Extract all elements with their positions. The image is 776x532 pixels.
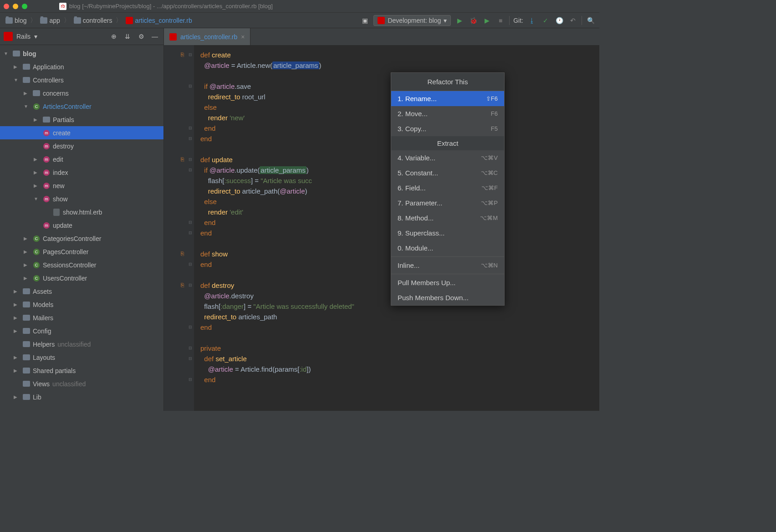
menu-item[interactable]: 9. Superclass... <box>391 225 504 240</box>
editor-tabs: articles_controller.rb × <box>164 28 599 45</box>
tree-item[interactable]: ▶Config <box>0 324 163 338</box>
tree-label: concerns <box>43 90 69 97</box>
tree-item[interactable]: mupdate <box>0 219 163 232</box>
tree-item[interactable]: Helpersunclassified <box>0 338 163 351</box>
class-icon: C <box>33 275 40 282</box>
tree-arrow-icon: ▶ <box>24 236 30 241</box>
folder-icon <box>23 327 30 335</box>
minimize-window-button[interactable] <box>13 4 18 9</box>
project-tree[interactable]: ▼blog▶Application▼Controllers▶concerns▼C… <box>0 45 163 411</box>
tree-arrow-icon: ▶ <box>14 368 20 373</box>
menu-item[interactable]: Push Members Down... <box>391 290 504 305</box>
file-icon <box>53 209 60 216</box>
menu-item[interactable]: 1. Rename...⇧F6 <box>391 91 504 106</box>
project-sidebar: Rails ▾ ⊕ ⇊ ⚙ — ▼blog▶Application▼Contro… <box>0 28 164 411</box>
stop-button[interactable]: ■ <box>495 15 505 26</box>
build-button[interactable]: ▣ <box>360 15 370 26</box>
method-icon: m <box>43 195 50 203</box>
menu-item[interactable]: 3. Copy...F5 <box>391 121 504 136</box>
tree-item[interactable]: ▶Layouts <box>0 351 163 364</box>
tree-item[interactable]: ▼Controllers <box>0 73 163 87</box>
run-coverage-button[interactable]: ▶ <box>482 15 492 26</box>
folder-icon <box>74 17 81 24</box>
tree-item[interactable]: ▶Assets <box>0 285 163 298</box>
tree-item[interactable]: ▶Models <box>0 298 163 311</box>
menu-item[interactable]: 6. Field...⌥⌘F <box>391 180 504 195</box>
menu-item[interactable]: 8. Method...⌥⌘M <box>391 210 504 225</box>
tree-item[interactable]: ▼blog <box>0 47 163 60</box>
tree-item[interactable]: ▼CArticlesController <box>0 100 163 113</box>
menu-item[interactable]: 2. Move...F6 <box>391 106 504 121</box>
menu-item[interactable]: Pull Members Up... <box>391 275 504 290</box>
menu-section-header: Extract <box>391 136 504 150</box>
breadcrumb: blog〉 app〉 controllers〉 articles_control… <box>4 16 358 25</box>
tree-item[interactable]: ▶Shared partials <box>0 364 163 377</box>
menu-item[interactable]: 7. Parameter...⌥⌘P <box>391 195 504 210</box>
menu-item[interactable]: Inline...⌥⌘N <box>391 258 504 273</box>
tree-item[interactable]: ▶mindex <box>0 166 163 179</box>
minimize-icon[interactable]: — <box>150 31 160 41</box>
tree-item[interactable]: mdestroy <box>0 139 163 153</box>
chevron-down-icon[interactable]: ▾ <box>34 33 37 40</box>
git-commit-button[interactable]: ✓ <box>541 15 551 26</box>
debug-button[interactable]: 🐞 <box>468 15 478 26</box>
tree-item[interactable]: ▶CPagesController <box>0 245 163 258</box>
tree-item[interactable]: ▶Lib <box>0 390 163 404</box>
folder-icon <box>23 314 30 322</box>
breadcrumb-item[interactable]: articles_controller.rb <box>124 16 194 25</box>
editor-tab[interactable]: articles_controller.rb × <box>164 28 250 45</box>
tree-item[interactable]: ▶concerns <box>0 87 163 100</box>
breadcrumb-item[interactable]: app <box>38 16 61 25</box>
tree-arrow-icon: ▶ <box>14 328 20 333</box>
menu-item[interactable]: 4. Variable...⌥⌘V <box>391 150 504 165</box>
tree-item[interactable]: ▶Partials <box>0 113 163 126</box>
target-icon[interactable]: ⊕ <box>109 31 119 41</box>
tree-label: edit <box>53 156 63 163</box>
tree-arrow-icon: ▶ <box>14 355 20 360</box>
maximize-window-button[interactable] <box>22 4 27 9</box>
method-icon: m <box>43 156 50 163</box>
close-tab-button[interactable]: × <box>241 33 245 41</box>
tree-item[interactable]: ▶CSessionsController <box>0 258 163 271</box>
gear-icon[interactable]: ⚙ <box>136 31 146 41</box>
tree-arrow-icon: ▶ <box>24 262 30 267</box>
collapse-icon[interactable]: ⇊ <box>123 31 133 41</box>
folder-icon <box>23 354 30 361</box>
git-revert-button[interactable]: ↶ <box>568 15 578 26</box>
tree-item[interactable]: show.html.erb <box>0 205 163 219</box>
tree-item[interactable]: ▶medit <box>0 153 163 166</box>
tree-label: Lib <box>33 394 41 401</box>
search-button[interactable]: 🔍 <box>586 15 596 26</box>
tree-label: PagesController <box>43 248 88 256</box>
breadcrumb-item[interactable]: controllers <box>72 16 114 25</box>
git-label: Git: <box>513 17 523 24</box>
run-button[interactable]: ▶ <box>454 15 465 26</box>
tree-item[interactable]: ▶Mailers <box>0 311 163 324</box>
tree-arrow-icon: ▶ <box>34 183 40 188</box>
folder-icon <box>23 367 30 374</box>
tree-item[interactable]: ▶mnew <box>0 179 163 192</box>
sidebar-title[interactable]: Rails <box>16 33 31 40</box>
menu-item[interactable]: 0. Module... <box>391 240 504 256</box>
tree-item[interactable]: ▼mshow <box>0 192 163 205</box>
menu-item[interactable]: 5. Constant...⌥⌘C <box>391 165 504 180</box>
git-update-button[interactable]: ⭳ <box>527 15 537 26</box>
folder-icon <box>23 77 30 84</box>
tree-label: blog <box>23 50 36 57</box>
code-editor[interactable]: ⎘⎘⎘⎘ ⊟⊟⊟⊟⊟⊟⊟⊟⊟⊟⊟⊟⊟⊟ def create @article … <box>164 45 599 411</box>
git-history-button[interactable]: 🕐 <box>554 15 564 26</box>
rails-icon <box>378 17 385 24</box>
breadcrumb-item[interactable]: blog <box>4 16 28 25</box>
folder-icon <box>43 116 50 123</box>
tree-item[interactable]: Viewsunclassified <box>0 377 163 390</box>
main-toolbar: blog〉 app〉 controllers〉 articles_control… <box>0 13 599 28</box>
tree-label: UsersController <box>43 275 87 282</box>
run-configuration-dropdown[interactable]: Development: blog ▾ <box>373 15 451 26</box>
tree-item[interactable]: ▶Application <box>0 60 163 73</box>
tree-item[interactable]: mcreate <box>0 126 163 139</box>
tree-arrow-icon: ▼ <box>4 51 10 56</box>
tree-label: CategoriesController <box>43 235 101 242</box>
tree-item[interactable]: ▶CUsersController <box>0 271 163 285</box>
close-window-button[interactable] <box>4 4 9 9</box>
tree-item[interactable]: ▶CCategoriesController <box>0 232 163 245</box>
